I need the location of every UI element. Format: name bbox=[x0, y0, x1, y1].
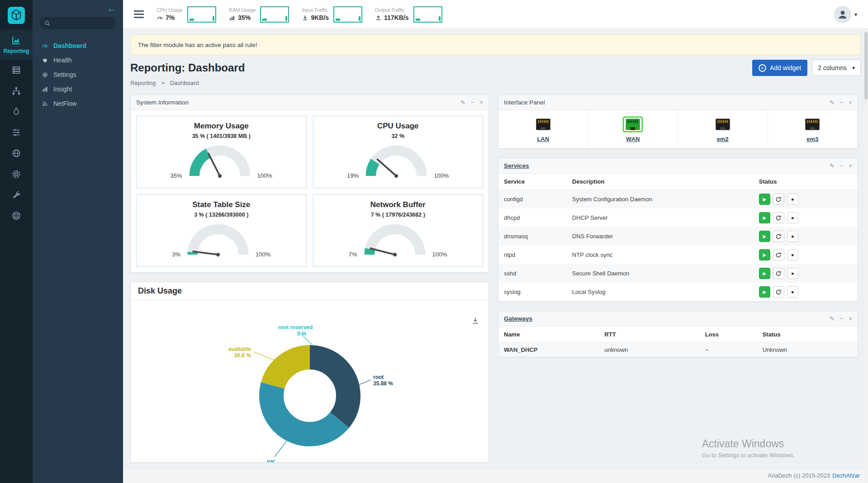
restart-service-button[interactable] bbox=[773, 286, 784, 298]
menu-toggle-icon[interactable] bbox=[134, 10, 144, 18]
restart-service-button[interactable] bbox=[773, 212, 784, 223]
restart-service-button[interactable] bbox=[773, 231, 784, 242]
interface-link[interactable]: LAN bbox=[537, 136, 549, 142]
ethernet-port-icon bbox=[712, 116, 733, 134]
footer-brand-link[interactable]: DezhAfzar bbox=[832, 472, 860, 479]
play-icon: ▶ bbox=[763, 271, 766, 276]
start-service-button[interactable]: ▶ bbox=[759, 286, 770, 298]
sidebar-item-network[interactable] bbox=[0, 143, 33, 164]
minimize-icon[interactable]: − bbox=[840, 99, 844, 105]
interface-link[interactable]: em2 bbox=[717, 136, 729, 142]
interface-item: em2 bbox=[678, 110, 768, 148]
close-icon[interactable]: × bbox=[849, 316, 852, 322]
sidebar-reporting-label: Reporting bbox=[4, 48, 29, 54]
add-widget-button[interactable]: + Add widget bbox=[752, 60, 807, 76]
service-name: dhcpd bbox=[498, 208, 567, 227]
sidebar-item-tools[interactable] bbox=[0, 185, 33, 205]
sidebar-item-rules[interactable] bbox=[0, 80, 33, 101]
gauge-card: Memory Usage 35 % ( 1401/3938 MB ) 35% bbox=[136, 116, 307, 188]
segment-value: 35.88 % bbox=[373, 380, 393, 387]
stop-icon: ■ bbox=[792, 216, 794, 220]
stop-service-button[interactable]: ■ bbox=[787, 268, 798, 279]
scrollbar-thumb[interactable] bbox=[864, 32, 868, 99]
stop-icon: ■ bbox=[792, 197, 794, 202]
edit-icon[interactable]: ✎ bbox=[830, 316, 835, 322]
stop-service-button[interactable]: ■ bbox=[787, 249, 798, 260]
download-icon[interactable] bbox=[471, 317, 479, 327]
services-panel: Services ✎ − × Service Description bbox=[498, 158, 858, 302]
search-input[interactable] bbox=[53, 20, 103, 26]
sidebar-search[interactable] bbox=[40, 17, 116, 29]
sidebar-collapse-button[interactable]: ← bbox=[33, 0, 123, 13]
refresh-icon bbox=[775, 196, 782, 203]
close-icon[interactable]: × bbox=[479, 99, 483, 105]
edit-icon[interactable]: ✎ bbox=[460, 99, 465, 105]
sidebar-item-reporting[interactable]: Reporting bbox=[0, 30, 33, 60]
restart-service-button[interactable] bbox=[773, 194, 784, 205]
refresh-icon bbox=[775, 252, 782, 258]
stop-service-button[interactable]: ■ bbox=[787, 286, 798, 298]
interface-link[interactable]: em3 bbox=[806, 136, 818, 142]
gauge-subtitle: 3 % ( 13266/393000 ) bbox=[137, 212, 306, 218]
sidebar-item-vpn[interactable] bbox=[0, 101, 33, 122]
interface-panel: Interface Panel ✎ − × bbox=[498, 95, 858, 149]
stat-output-traffic: Output Traffic 117KB/s bbox=[375, 6, 442, 23]
start-service-button[interactable]: ▶ bbox=[759, 268, 770, 279]
sidebar-item-help[interactable] bbox=[0, 205, 33, 226]
dashboard-grid: System Information ✎ − × Memory Usage 35… bbox=[130, 95, 861, 463]
refresh-icon bbox=[775, 215, 782, 221]
service-row: syslog Local Syslog ▶ bbox=[498, 283, 858, 301]
segment-label: root reserved bbox=[278, 324, 313, 331]
reporting-chart-icon bbox=[11, 35, 21, 45]
upload-arrow-icon bbox=[375, 14, 382, 21]
restart-service-button[interactable] bbox=[773, 268, 784, 279]
nav-item-dashboard[interactable]: Dashboard bbox=[33, 38, 123, 53]
minimize-icon[interactable]: − bbox=[471, 99, 474, 105]
minimize-icon[interactable]: − bbox=[840, 163, 844, 169]
scrollbar-track[interactable] bbox=[864, 29, 868, 483]
sliders-icon bbox=[11, 128, 21, 137]
panel-title-link[interactable]: Services bbox=[504, 162, 529, 169]
nav-item-settings[interactable]: Settings bbox=[33, 67, 123, 82]
stop-service-button[interactable]: ■ bbox=[787, 212, 798, 223]
stop-service-button[interactable]: ■ bbox=[787, 194, 798, 205]
nav-item-health[interactable]: Health bbox=[33, 53, 123, 67]
chevron-down-icon: ▾ bbox=[854, 11, 857, 18]
gateways-panel: Gateways ✎ − × Name RTT Loss bbox=[498, 311, 858, 357]
nav-item-insight[interactable]: Insight bbox=[33, 82, 123, 96]
sidebar-item-logs[interactable] bbox=[0, 60, 33, 80]
interface-grid: LAN bbox=[498, 110, 858, 148]
close-icon[interactable]: × bbox=[849, 163, 852, 169]
segment-label: available bbox=[228, 346, 251, 352]
user-menu[interactable]: ▾ bbox=[834, 6, 857, 23]
watermark-line1: Activate Windows bbox=[702, 438, 795, 450]
stat-label: CPU Usage bbox=[157, 7, 183, 13]
restart-service-button[interactable] bbox=[773, 249, 784, 260]
gear-icon bbox=[11, 169, 21, 179]
stop-service-button[interactable]: ■ bbox=[787, 231, 798, 242]
sidebar-item-settings[interactable] bbox=[0, 164, 33, 185]
edit-icon[interactable]: ✎ bbox=[830, 99, 835, 105]
interface-link[interactable]: WAN bbox=[626, 136, 640, 142]
dashboard-icon bbox=[42, 43, 48, 49]
nav-item-netflow[interactable]: NetFlow bbox=[33, 96, 123, 111]
stat-value: 9KB/s bbox=[311, 14, 329, 21]
panel-title-link[interactable]: Gateways bbox=[504, 315, 532, 322]
life-ring-icon bbox=[11, 211, 21, 221]
start-service-button[interactable]: ▶ bbox=[759, 212, 770, 223]
gauge-title: Network Buffer bbox=[313, 200, 483, 209]
close-icon[interactable]: × bbox=[849, 99, 852, 105]
columns-select[interactable]: 2 columns ▾ bbox=[812, 60, 861, 76]
nav-label: Insight bbox=[53, 85, 72, 93]
start-service-button[interactable]: ▶ bbox=[759, 194, 770, 205]
panel-title: Disk Usage bbox=[138, 286, 182, 296]
sidebar-item-shaper[interactable] bbox=[0, 122, 33, 143]
edit-icon[interactable]: ✎ bbox=[830, 163, 835, 169]
refresh-icon bbox=[775, 233, 782, 240]
start-service-button[interactable]: ▶ bbox=[759, 231, 770, 242]
app-logo[interactable] bbox=[7, 0, 25, 30]
minimize-icon[interactable]: − bbox=[840, 316, 844, 322]
breadcrumb-parent[interactable]: Reporting bbox=[130, 80, 156, 86]
server-stack-icon bbox=[11, 65, 21, 75]
start-service-button[interactable]: ▶ bbox=[759, 249, 770, 260]
